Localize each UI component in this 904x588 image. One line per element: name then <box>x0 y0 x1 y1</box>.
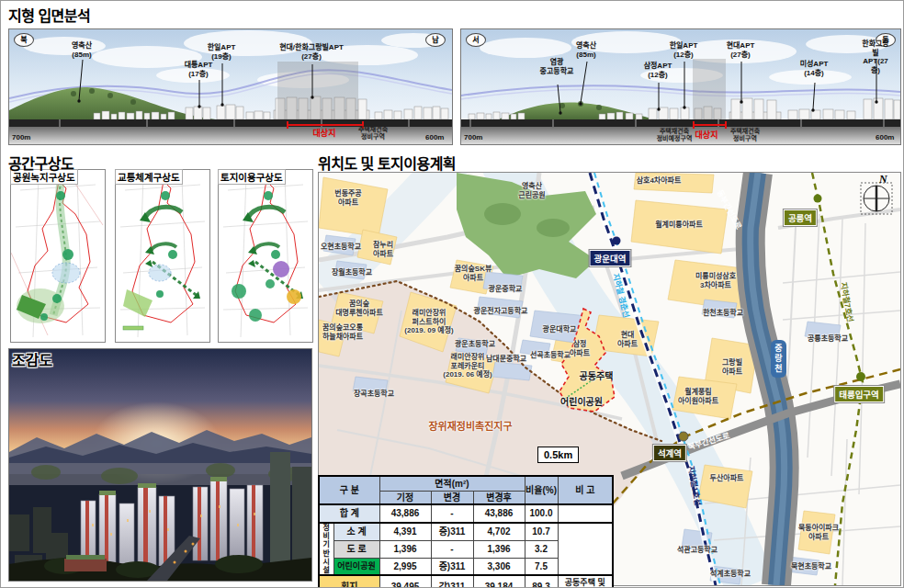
map-place-label: 월계풍림 아이원아파트 <box>678 388 718 405</box>
map-place-label: 장곡초등학교 <box>354 390 394 399</box>
row-label-lot: 획지 <box>319 575 379 588</box>
map-place-label: 묵현초등학교 <box>791 562 831 571</box>
planning-board-page: 지형 입면분석 공간구상도 위치도 및 토지이용계획 조감도 <box>0 0 904 588</box>
map-place-label: 번동주공 아파트 <box>334 189 361 207</box>
station-badge-seokgye: 석계역 <box>653 445 686 461</box>
row-label-road: 도 로 <box>333 540 379 558</box>
map-place-label: 광운대학교 <box>543 325 577 334</box>
row-label-childrens-park: 어린이공원 <box>333 558 379 575</box>
scale-right: 600m <box>425 133 444 141</box>
col-header-existing: 기정 <box>379 491 431 504</box>
col-header-change: 변경 <box>431 491 473 504</box>
map-place-label: 남대문중학교 <box>486 355 526 364</box>
park-block <box>123 289 153 317</box>
map-place-label: 삼호4차아파트 <box>637 176 682 186</box>
cell-value: 43,886 <box>473 504 525 523</box>
cell-value: 7.5 <box>525 558 558 575</box>
concept-panel-landuse: 토지이용구상도 <box>218 169 313 343</box>
elev-label: 미성APT (14층) <box>800 60 829 77</box>
aerial-rendering <box>9 349 311 581</box>
elev-label: 염광 중고등학교 <box>540 58 574 75</box>
concept-panel-traffic: 교통체계구상도 <box>115 169 210 343</box>
table-row-subtotal: 정비 기반 시설 소 계 4,391 증)311 4,702 10.7 <box>319 523 613 540</box>
site-label: 대상지 <box>695 130 718 141</box>
compass-rose <box>861 183 892 214</box>
site-extent-overlay <box>277 62 358 119</box>
cell-value: 증)311 <box>431 558 473 575</box>
elev-label: 삼정APT (12층) <box>644 62 672 79</box>
map-place-label: 한천초등학교 <box>703 309 743 318</box>
compass-north-label: N <box>879 173 887 187</box>
station-badge-gongneung: 공릉역 <box>784 209 817 226</box>
cell-note: 공동주택 및 부대복리시설 <box>558 575 613 588</box>
elev-label: 한일APT (12층) <box>670 41 698 59</box>
row-label-total: 합 계 <box>319 504 379 523</box>
elev-label: 영축산 (85m) <box>576 41 596 59</box>
elev-label: 현대APT (27층) <box>727 41 755 59</box>
map-place-label: 삼정 아파트 <box>570 340 590 357</box>
direction-badge-south: 남 <box>425 33 446 47</box>
cell-value: 39,495 <box>379 575 431 588</box>
concept-green-drawing <box>11 170 105 342</box>
concept-section-title: 공간구상도 <box>8 152 73 174</box>
open-space-ellipse <box>52 263 80 283</box>
site-extent-overlay <box>693 59 726 119</box>
row-group-label-infra: 정비 기반 시설 <box>319 523 333 575</box>
map-place-label: 래미안장위 퍼스트하이 (2019. 09 예정) <box>404 309 453 335</box>
map-place-label: 그랑빌 아파트 <box>722 358 742 376</box>
river-label: 중랑천 <box>771 340 786 378</box>
elev-label: 현대/한화그랑빌APT (27층) <box>279 43 344 61</box>
concept-landuse-drawing <box>219 170 312 342</box>
scale-right: 600m <box>876 133 894 141</box>
elev-label: 영축산 (85m) <box>72 41 92 59</box>
map-place-label: 현대 아파트 <box>617 331 638 348</box>
district-label: 장위재정비촉진지구 <box>428 421 512 433</box>
col-header-after: 변경후 <box>473 491 525 504</box>
elevation-section-title: 지형 입면분석 <box>8 4 90 26</box>
station-badge-gwangwoon: 광운대역 <box>590 250 631 266</box>
map-place-label: 월계미륭아파트 <box>655 220 703 230</box>
map-place-label: 꿈의숲SK뷰 아파트 <box>455 265 492 282</box>
cell-value: 3.2 <box>525 540 558 558</box>
cell-value: 3,306 <box>473 558 525 575</box>
children-park-label: 어린이공원 <box>560 397 603 408</box>
cell-value: 감)311 <box>431 575 473 588</box>
map-place-label: 미륭미성삼호 3차아파트 <box>695 272 736 289</box>
landuse-area-table: 구 분 면적(m²) 비율(%) 비 고 기정 변경 변경후 합 계 43,88… <box>318 475 614 588</box>
site-label: 대상지 <box>313 129 336 139</box>
map-place-label: 래미안장위 포레카운티 (2019. 06 예정) <box>443 353 492 379</box>
zone-label: 주택재건축 정비예정구역 <box>657 128 693 143</box>
podium-retail <box>64 559 107 571</box>
cell-note <box>558 523 613 575</box>
cell-value: 100.0 <box>525 504 558 523</box>
map-place-label: 광운중학교 <box>489 285 523 294</box>
cell-value: 43,886 <box>379 504 431 523</box>
cell-value: 2,995 <box>379 558 431 575</box>
map-place-label: 공릉초등학교 <box>808 334 848 344</box>
cell-value: 4,702 <box>473 523 525 540</box>
elev-label: 한화그랑빌 APT(27층) <box>862 40 889 74</box>
row-label-subtotal: 소 계 <box>333 523 379 540</box>
concept-panel-title: 교통체계구상도 <box>115 169 183 185</box>
direction-badge-west: 서 <box>466 33 486 47</box>
map-place-label: 두산아파트 <box>710 474 744 483</box>
map-place-label: 장월초등학교 <box>332 268 372 277</box>
cell-value: 1,396 <box>379 540 431 558</box>
cell-value: 1,396 <box>473 540 525 558</box>
direction-badge-north: 북 <box>14 33 34 47</box>
cell-value: 4,391 <box>379 523 431 540</box>
scale-left: 700m <box>12 133 30 141</box>
cell-value: 10.7 <box>525 523 558 540</box>
cell-value: - <box>431 504 473 523</box>
map-place-label: 석관고등학교 <box>677 546 718 555</box>
map-place-label: 꿈의숲 대명루첸아파트 <box>335 300 383 317</box>
table-row-total: 합 계 43,886 - 43,886 100.0 <box>319 504 613 523</box>
cell-value: - <box>431 540 473 558</box>
elev-label: 한일APT (19층) <box>208 43 236 61</box>
location-section-title: 위치도 및 토지이용계획 <box>318 152 456 174</box>
col-header-note: 비 고 <box>558 476 613 504</box>
aerial-section-title: 조감도 <box>12 348 52 370</box>
elev-label: 대통APT (17층) <box>185 61 213 78</box>
map-place-label: 꿈의숲코오롱 하늘채아파트 <box>322 323 363 341</box>
map-place-label: 선곡초등학교 <box>530 351 571 360</box>
